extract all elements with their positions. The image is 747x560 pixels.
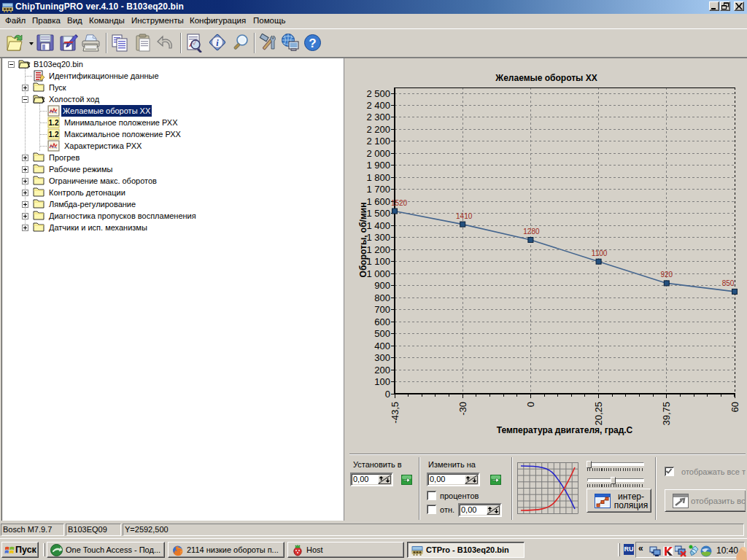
svg-text:900: 900 — [374, 280, 390, 291]
svg-text:1 700: 1 700 — [366, 184, 390, 195]
svg-text:Обороты, об/мин: Обороты, об/мин — [358, 203, 368, 278]
svg-text:2 500: 2 500 — [366, 88, 390, 99]
svg-text:1520: 1520 — [391, 199, 408, 207]
svg-text:700: 700 — [374, 304, 390, 315]
svg-text:600: 600 — [374, 316, 390, 327]
svg-text:Желаемые обороты ХХ: Желаемые обороты ХХ — [495, 73, 597, 83]
svg-text:200: 200 — [374, 365, 390, 376]
svg-text:300: 300 — [374, 352, 390, 363]
svg-text:1 200: 1 200 — [366, 244, 390, 255]
svg-text:Температура двигателя, град.С: Температура двигателя, град.С — [497, 425, 633, 435]
svg-text:-43,5: -43,5 — [390, 402, 400, 424]
svg-text:400: 400 — [374, 341, 390, 351]
svg-text:2 000: 2 000 — [366, 148, 390, 159]
svg-text:2 100: 2 100 — [366, 136, 390, 147]
svg-text:1.2: 1.2 — [49, 119, 59, 127]
svg-text:1 300: 1 300 — [366, 232, 390, 243]
svg-text:1410: 1410 — [456, 212, 473, 220]
svg-text:2 400: 2 400 — [366, 100, 390, 111]
svg-text:1 800: 1 800 — [366, 172, 390, 183]
svg-text:?: ? — [309, 36, 316, 50]
svg-text:0: 0 — [385, 389, 390, 400]
svg-text:1280: 1280 — [523, 228, 540, 236]
svg-text:2 200: 2 200 — [366, 124, 390, 135]
svg-text:1 900: 1 900 — [366, 160, 390, 171]
svg-text:60: 60 — [729, 402, 740, 412]
svg-text:1.2: 1.2 — [49, 131, 59, 139]
svg-text:850: 850 — [722, 279, 735, 287]
svg-text:2 300: 2 300 — [366, 112, 390, 122]
svg-text:0: 0 — [525, 402, 536, 407]
svg-text:1 600: 1 600 — [366, 196, 390, 207]
svg-text:39,75: 39,75 — [661, 402, 672, 426]
svg-text:100: 100 — [374, 376, 390, 387]
svg-text:1 100: 1 100 — [366, 256, 390, 267]
svg-text:1 000: 1 000 — [366, 268, 390, 279]
svg-text:1 500: 1 500 — [366, 208, 390, 219]
svg-text:1 400: 1 400 — [366, 220, 390, 231]
svg-text:500: 500 — [374, 328, 390, 339]
svg-text:920: 920 — [660, 271, 673, 279]
svg-text:-30: -30 — [457, 402, 468, 416]
svg-text:800: 800 — [374, 292, 390, 303]
svg-text:20,25: 20,25 — [593, 402, 604, 426]
svg-text:1100: 1100 — [592, 249, 608, 257]
